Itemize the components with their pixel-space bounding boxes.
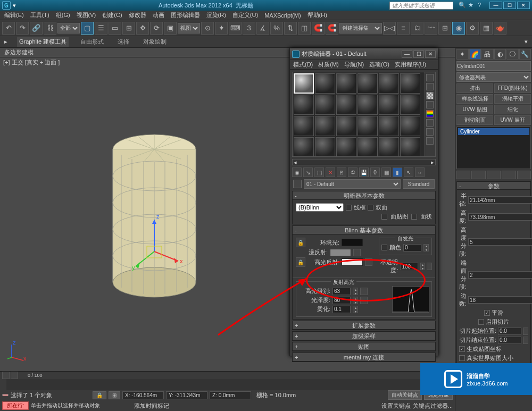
material-slot[interactable] xyxy=(379,73,399,94)
rollout-blinn-basic[interactable]: Blinn 基本参数 xyxy=(293,226,435,234)
mod-btn-slice[interactable]: 剖切剖面 xyxy=(456,115,493,125)
sides-input[interactable] xyxy=(468,296,532,304)
manipulate-icon[interactable]: ✦ xyxy=(215,22,228,35)
height-input[interactable] xyxy=(468,213,532,221)
motion-tab-icon[interactable]: ◐ xyxy=(494,49,506,60)
matmenu-material[interactable]: 材质(M) xyxy=(318,61,339,69)
material-slot[interactable] xyxy=(315,137,335,156)
snap3-icon[interactable]: 3 xyxy=(243,22,255,35)
assign-icon[interactable]: ⬚ xyxy=(314,167,324,177)
rollout-maps[interactable]: 贴图 xyxy=(293,342,435,351)
facemap-checkbox[interactable] xyxy=(381,214,387,220)
render-frame-icon[interactable]: ▦ xyxy=(480,22,493,35)
genmap-checkbox[interactable] xyxy=(459,346,465,352)
material-slot[interactable] xyxy=(400,73,420,94)
material-slot[interactable] xyxy=(315,73,335,94)
select-name-icon[interactable]: ☰ xyxy=(95,22,107,35)
utilities-tab-icon[interactable]: 🔧 xyxy=(519,49,531,60)
redo-icon[interactable]: ↷ xyxy=(16,22,29,35)
remove-modifier-icon[interactable] xyxy=(502,171,516,179)
ribbon-tab-selection[interactable]: 选择 xyxy=(115,37,131,47)
rollout-shader-basic[interactable]: 明暗器基本参数 xyxy=(293,191,435,200)
slicefrom-input[interactable] xyxy=(498,328,521,335)
material-slot[interactable] xyxy=(315,116,335,136)
make-unique-icon[interactable]: ① xyxy=(348,167,358,177)
reset-map-icon[interactable]: ✕ xyxy=(326,167,335,177)
video-check-icon[interactable] xyxy=(426,110,434,118)
wire-checkbox[interactable] xyxy=(346,205,352,211)
ribbon-tab-graphite[interactable]: Graphite 建模工具 xyxy=(17,37,69,47)
menu-modifiers[interactable]: 修改器 xyxy=(129,11,146,19)
si-color-checkbox[interactable] xyxy=(381,245,387,250)
link-icon[interactable]: 🔗 xyxy=(30,22,43,35)
lock-ambient-icon[interactable]: 🔒 xyxy=(296,238,305,247)
app-menu-icon[interactable]: ▾ xyxy=(13,2,22,9)
diffuse-map-button[interactable] xyxy=(353,249,361,256)
put-to-lib-icon[interactable]: 💾 xyxy=(359,167,369,177)
selection-filter[interactable]: 全部 xyxy=(57,23,80,33)
modifier-stack[interactable]: Cylinder xyxy=(456,127,531,169)
modifier-list-select[interactable]: 修改器列表 xyxy=(456,72,531,82)
ribbon-tab-freeform[interactable]: 自由形式 xyxy=(78,37,106,47)
smooth-checkbox[interactable] xyxy=(484,310,490,316)
layers-icon[interactable]: 🗂 xyxy=(411,22,423,35)
menu-rendering[interactable]: 渲染(R) xyxy=(206,11,226,19)
matid-icon[interactable]: 0 xyxy=(370,167,380,177)
help-icon[interactable]: ? xyxy=(478,2,485,9)
material-slot[interactable] xyxy=(336,73,356,94)
addtime-button[interactable]: 添加时间标记 xyxy=(134,402,169,410)
align-icon[interactable]: ≡ xyxy=(397,22,410,35)
make-unique-icon[interactable] xyxy=(487,171,501,179)
put-to-scene-icon[interactable]: ↘ xyxy=(303,167,313,177)
mat-minimize-button[interactable]: — xyxy=(402,51,412,58)
spinner-snap-icon[interactable]: ⇅ xyxy=(284,22,297,35)
unlink-icon[interactable]: ⛓ xyxy=(44,22,56,35)
make-copy-icon[interactable]: ⎘ xyxy=(337,167,346,177)
modifier-stack-item[interactable]: Cylinder xyxy=(458,128,529,135)
material-slot[interactable] xyxy=(336,137,356,156)
slicefrom-spinner[interactable] xyxy=(523,328,528,335)
material-slot[interactable] xyxy=(336,95,356,115)
render-setup-icon[interactable]: ⚙ xyxy=(466,22,479,35)
magnet2-icon[interactable]: 🧲 xyxy=(326,22,338,35)
realworld-checkbox[interactable] xyxy=(459,355,465,361)
coord-z[interactable]: Z: 0.0mm xyxy=(210,391,251,399)
named-sel-set[interactable]: 创建选择集 xyxy=(339,23,382,33)
material-slot[interactable] xyxy=(379,95,399,115)
ref-coord-system[interactable]: 视图 xyxy=(178,23,200,33)
schematic-icon[interactable]: ⊞ xyxy=(438,22,451,35)
search-icon[interactable]: 🔍 xyxy=(459,2,466,9)
shader-type-select[interactable]: (B)Blinn xyxy=(296,203,344,212)
mod-btn-ffd[interactable]: FFD(圆柱体) xyxy=(494,83,531,93)
gloss-map-button[interactable] xyxy=(360,297,368,304)
go-parent-icon[interactable]: ↖ xyxy=(404,167,413,177)
si-value-input[interactable] xyxy=(403,244,421,251)
close-button[interactable]: ✕ xyxy=(517,2,530,9)
setkey-button[interactable]: 设置关键点 xyxy=(381,402,411,410)
mirror-icon[interactable]: ▷◁ xyxy=(383,22,396,35)
maximize-button[interactable]: ☐ xyxy=(503,2,516,9)
menu-create[interactable]: 创建(C) xyxy=(102,11,122,19)
background-icon[interactable] xyxy=(426,92,434,99)
material-slot[interactable] xyxy=(358,137,378,156)
show-end-icon[interactable]: ▮ xyxy=(393,167,402,177)
slots-scrollbar[interactable]: ◂▸ xyxy=(292,159,436,165)
twoside-checkbox[interactable] xyxy=(368,205,373,211)
gloss-input[interactable] xyxy=(332,297,351,304)
faceted-checkbox[interactable] xyxy=(411,214,417,220)
material-slot[interactable] xyxy=(400,137,420,156)
favorite-icon[interactable]: ★ xyxy=(468,2,476,9)
gloss-spinner[interactable] xyxy=(353,297,358,304)
sample-uv-icon[interactable] xyxy=(426,101,434,108)
menu-group[interactable]: 组(G) xyxy=(56,11,70,19)
material-slot[interactable] xyxy=(358,116,378,136)
abs-transform-icon[interactable]: ⊞ xyxy=(109,391,120,399)
window-crossing-icon[interactable]: ⊞ xyxy=(122,22,135,35)
angle-snap-icon[interactable]: ∡ xyxy=(256,22,269,35)
menu-edit[interactable]: 编辑(E) xyxy=(4,11,24,19)
material-name-input[interactable]: 01 - Default xyxy=(304,179,401,189)
sliceto-spinner[interactable] xyxy=(523,337,528,344)
material-slot[interactable] xyxy=(379,116,399,136)
select-object-icon[interactable]: ▢ xyxy=(81,22,94,35)
magnet-icon[interactable]: 🧲 xyxy=(312,22,325,35)
